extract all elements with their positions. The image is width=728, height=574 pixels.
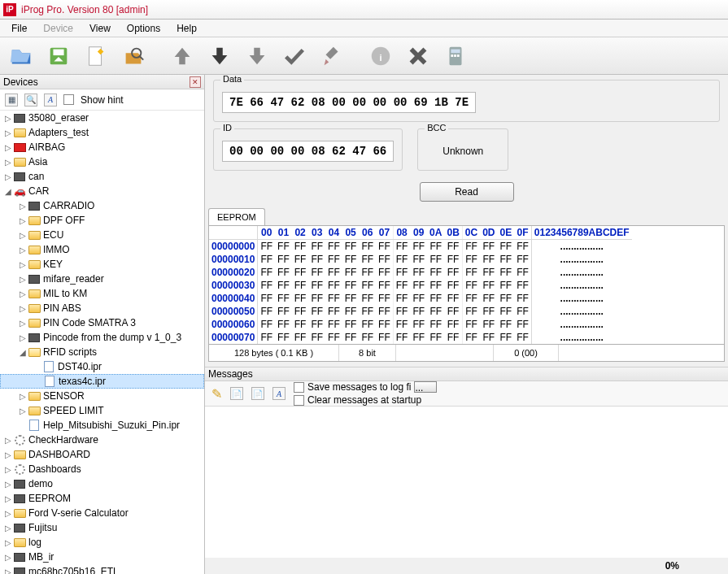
down-arrow-dark-icon[interactable] [203,41,236,72]
devices-panel: Devices ✕ ▦ 🔍 A Show hint ▷35080_eraser▷… [0,75,205,574]
tree-node[interactable]: ▷DPF OFF [0,213,204,228]
data-value[interactable]: 7E 66 47 62 08 00 00 00 00 69 1B 7E [222,92,476,113]
show-hint-label: Show hint [81,94,124,106]
new-button[interactable] [80,41,112,72]
read-button[interactable]: Read [420,182,514,202]
svg-rect-9 [454,54,456,57]
tree-node[interactable]: ▷PIN ABS [0,301,204,315]
messages-copy-icon[interactable]: 📄 [230,387,243,400]
fld-icon [13,127,26,138]
tree-node-label: CAR [28,185,49,197]
tree-node-label: DPF OFF [43,215,85,226]
fld-icon [28,215,41,226]
close-x-icon[interactable] [402,41,434,72]
chip-icon [13,566,26,574]
font-icon[interactable]: A [44,93,57,107]
tree-node[interactable]: ◢RFID scripts [0,345,204,359]
tree-node[interactable]: ▷Ford V-serie Calculator [0,506,204,520]
tree-node-label: log [28,537,41,548]
tree-node[interactable]: ▷Dashboards [0,462,204,476]
tree-node[interactable]: ▷MIL to KM [0,286,204,301]
tree-node-label: CheckHardware [28,434,98,446]
check-icon[interactable] [278,41,311,72]
open-button[interactable] [5,41,37,72]
fld-icon [28,244,41,255]
gear-icon [13,434,26,446]
tree-node[interactable]: ◢🚗CAR [0,184,204,198]
device-tree[interactable]: ▷35080_eraser▷Adapters_test▷AIRBAG▷Asia▷… [0,111,204,574]
messages-font-icon[interactable]: A [272,387,286,400]
svg-rect-8 [451,54,453,57]
tree-node[interactable]: Help_Mitsubishi_Suzuki_Pin.ipr [0,418,204,433]
tree-node[interactable]: ▷SENSOR [0,389,204,403]
tree-node-label: can [28,171,44,182]
info-icon[interactable]: i [364,41,397,72]
messages-tool-icon[interactable]: ✎ [211,386,222,402]
tree-node[interactable]: ▷CARRADIO [0,198,204,213]
tree-node[interactable]: ▷KEY [0,257,204,272]
tree-node[interactable]: ▷can [0,169,204,184]
tab-eeprom[interactable]: EEPROM [208,208,265,225]
save-button[interactable] [42,41,75,72]
calculator-icon[interactable] [439,41,472,72]
chip-icon [28,200,41,211]
menu-view[interactable]: View [81,20,119,37]
down-arrow-grey-icon[interactable] [241,41,273,72]
tree-node[interactable]: ▷AIRBAG [0,140,204,154]
progress-percent: 0% [665,560,679,572]
clear-startup-checkbox[interactable] [294,395,304,406]
menu-device[interactable]: Device [35,20,81,37]
messages-copy2-icon[interactable]: 📄 [251,387,264,400]
id-value[interactable]: 00 00 00 00 08 62 47 66 [222,141,394,162]
tree-node[interactable]: ▷mifare_reader [0,272,204,286]
find-button[interactable] [117,41,150,72]
data-label: Data [220,75,244,84]
tree-node[interactable]: ▷Adapters_test [0,125,204,140]
clear-startup-label: Clear messages at startup [307,394,421,406]
brush-icon[interactable] [316,41,348,72]
hex-viewer[interactable]: 000102030405060708090A0B0C0D0E0F01234567… [208,225,725,345]
chip-icon [28,273,41,285]
tree-node[interactable]: ▷35080_eraser [0,111,204,125]
menu-options[interactable]: Options [119,20,168,37]
save-log-browse-button[interactable]: ... [414,381,437,393]
tree-node[interactable]: ▷CheckHardware [0,433,204,447]
tree-layout-icon[interactable]: ▦ [5,93,18,107]
menu-file[interactable]: File [3,20,35,37]
tree-node[interactable]: ▷ECU [0,228,204,242]
devices-close-icon[interactable]: ✕ [190,76,201,88]
tree-node-label: texas4c.ipr [59,376,106,387]
menu-help[interactable]: Help [168,20,205,37]
menu-bar: File Device View Options Help [0,20,728,37]
tree-node-label: CARRADIO [43,200,94,211]
search-icon[interactable]: 🔍 [24,93,37,107]
tree-node[interactable]: ▷Asia [0,154,204,169]
doc-icon [43,376,56,387]
show-hint-checkbox[interactable] [63,94,74,105]
fld-icon [13,537,26,548]
tree-node[interactable]: ▷PIN Code SMATRA 3 [0,315,204,330]
save-log-checkbox[interactable] [294,382,304,393]
tree-node[interactable]: ▷log [0,535,204,550]
fld-icon [28,229,41,241]
tree-node-label: Asia [28,156,47,167]
up-arrow-icon[interactable] [166,41,198,72]
tree-node[interactable]: ▷DASHBOARD [0,447,204,462]
tree-node-label: PIN Code SMATRA 3 [43,317,136,328]
tree-node[interactable]: ▷MB_ir [0,550,204,564]
status-width: 8 bit [339,345,396,361]
title-bar: iP iProg Pro. Version 80 [admin] [0,0,728,20]
tree-node-label: DST40.ipr [58,361,102,372]
tree-node[interactable]: ▷SPEED LIMIT [0,403,204,418]
tree-node[interactable]: ▷Pincode from the dump v 1_0_3 [0,330,204,345]
fldo-icon [28,346,41,358]
tree-node[interactable]: ▷mc68hc705b16_ETL [0,564,204,574]
fld-icon [13,507,26,519]
tree-node[interactable]: ▷EEPROM [0,491,204,506]
tree-node[interactable]: ▷Fujitsu [0,520,204,535]
tree-node[interactable]: DST40.ipr [0,359,204,374]
tree-node[interactable]: ▷demo [0,476,204,491]
bcc-group: BCC Unknown [417,128,508,171]
tree-node[interactable]: ▷IMMO [0,242,204,257]
tree-node[interactable]: texas4c.ipr [0,374,204,389]
